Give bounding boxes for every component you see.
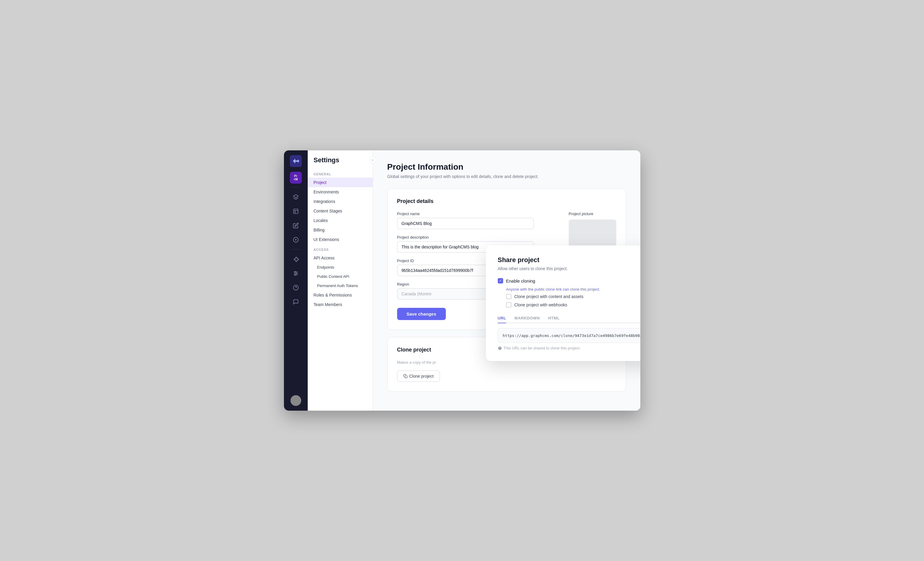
clone-content-assets-checkbox[interactable] xyxy=(506,294,512,299)
edit-icon[interactable] xyxy=(290,205,302,217)
svg-point-12 xyxy=(294,274,295,275)
clone-content-assets-row: Clone project with content and assets xyxy=(506,294,640,299)
clone-webhooks-label[interactable]: Clone project with webhooks xyxy=(514,302,567,307)
help-icon[interactable] xyxy=(290,282,302,293)
nav-item-api-access[interactable]: API Access xyxy=(308,253,373,263)
app-logo[interactable] xyxy=(290,155,302,167)
nav-panel: Settings GENERAL Project Environments In… xyxy=(308,150,373,411)
tab-url[interactable]: URL xyxy=(498,313,506,323)
access-section-label: ACCESS xyxy=(308,244,373,253)
share-project-overlay: Share project Allow other users to clone… xyxy=(486,245,640,361)
collapse-nav-button[interactable]: « xyxy=(369,156,376,164)
page-title: Project Information xyxy=(387,162,626,172)
sliders-icon[interactable] xyxy=(290,268,302,279)
chat-icon[interactable] xyxy=(290,296,302,308)
nav-item-roles-permissions[interactable]: Roles & Permissions xyxy=(308,290,373,300)
nav-item-billing[interactable]: Billing xyxy=(308,225,373,235)
project-name-input[interactable] xyxy=(397,218,534,229)
nav-item-permanent-auth-tokens[interactable]: Permanent Auth Tokens xyxy=(308,281,373,290)
svg-rect-2 xyxy=(294,209,298,214)
svg-point-10 xyxy=(294,271,295,272)
main-content: Project Information Global settings of y… xyxy=(373,150,640,411)
share-project-subtitle: Allow other users to clone this project. xyxy=(498,266,640,271)
project-name-label: Project name xyxy=(397,212,555,216)
svg-marker-6 xyxy=(295,239,297,241)
nav-item-locales[interactable]: Locales xyxy=(308,216,373,225)
tab-markdown[interactable]: MARKDOWN xyxy=(514,313,540,323)
project-description-label: Project description xyxy=(397,235,555,239)
clone-project-button[interactable]: Clone project xyxy=(397,370,440,382)
svg-rect-18 xyxy=(405,376,407,378)
nav-item-team-members[interactable]: Team Members xyxy=(308,300,373,309)
clone-webhooks-row: Clone project with webhooks xyxy=(506,302,640,308)
url-hint: This URL can be shared to clone this pro… xyxy=(498,346,640,350)
nav-item-ui-extensions[interactable]: UI Extensions xyxy=(308,235,373,244)
sidebar-divider2 xyxy=(291,249,301,250)
share-tabs: URL MARKDOWN HTML xyxy=(498,313,640,323)
layers-icon[interactable] xyxy=(290,191,302,203)
clone-webhooks-checkbox[interactable] xyxy=(506,302,512,308)
tab-html[interactable]: HTML xyxy=(548,313,560,323)
nav-item-content-stages[interactable]: Content Stages xyxy=(308,206,373,216)
info-icon xyxy=(498,346,502,350)
clone-content-assets-label[interactable]: Clone project with content and assets xyxy=(514,294,584,299)
sidebar: Pr <M xyxy=(284,150,308,411)
nav-item-project[interactable]: Project xyxy=(308,178,373,187)
edit2-icon[interactable] xyxy=(290,220,302,232)
clone-btn-label: Clone project xyxy=(409,374,434,379)
project-details-title: Project details xyxy=(397,198,616,205)
play-icon[interactable] xyxy=(290,234,302,246)
share-project-title: Share project xyxy=(498,256,640,264)
sidebar-divider xyxy=(291,187,301,188)
url-hint-text: This URL can be shared to clone this pro… xyxy=(504,346,580,350)
settings-title: Settings xyxy=(308,156,373,169)
svg-point-11 xyxy=(296,273,297,274)
page-subtitle: Global settings of your project with opt… xyxy=(387,174,626,179)
enable-cloning-checkbox[interactable]: ✓ xyxy=(498,278,503,283)
project-name-group: Project name xyxy=(397,212,555,229)
nav-item-public-content-api[interactable]: Public Content API xyxy=(308,272,373,281)
svg-marker-1 xyxy=(293,195,298,198)
project-badge[interactable]: Pr <M xyxy=(290,172,302,183)
nav-item-environments[interactable]: Environments xyxy=(308,187,373,197)
clone-url-text: https://app.graphcms.com/clone/9473e1d7a… xyxy=(498,329,640,342)
enable-cloning-row: ✓ Enable cloning xyxy=(498,278,640,283)
puzzle-icon[interactable] xyxy=(290,253,302,265)
nav-item-endpoints[interactable]: Endpoints xyxy=(308,263,373,272)
nav-item-integrations[interactable]: Integrations xyxy=(308,197,373,206)
project-picture-label: Project picture xyxy=(569,212,593,216)
enable-cloning-label[interactable]: Enable cloning xyxy=(506,278,535,283)
save-changes-button[interactable]: Save changes xyxy=(397,308,446,320)
general-section-label: GENERAL xyxy=(308,169,373,178)
cloning-hint: Anyone with the public clone link can cl… xyxy=(506,287,640,292)
url-row: https://app.graphcms.com/clone/9473e1d7a… xyxy=(498,328,640,343)
avatar[interactable] xyxy=(291,395,301,406)
